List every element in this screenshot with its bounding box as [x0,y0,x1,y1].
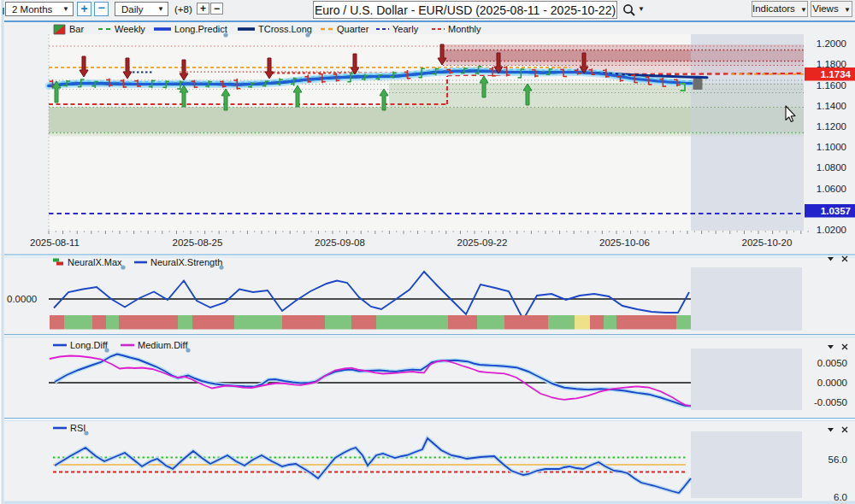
svg-text:Bar: Bar [69,24,84,34]
svg-text:RSI: RSI [70,423,86,433]
svg-text:NeuralX.Strength: NeuralX.Strength [150,257,222,267]
svg-text:1.1400: 1.1400 [817,101,846,111]
svg-text:1.1734: 1.1734 [821,69,852,79]
svg-text:6.0: 6.0 [834,492,847,502]
svg-text:0.0000: 0.0000 [7,294,37,304]
svg-text:Weekly: Weekly [115,24,145,34]
svg-text:1.2000: 1.2000 [817,38,846,49]
svg-text:1.1000: 1.1000 [817,142,846,152]
svg-text:1.0600: 1.0600 [817,184,846,194]
svg-text:Monthly: Monthly [448,24,481,34]
svg-text:Medium.Diff: Medium.Diff [138,340,188,350]
svg-text:NeuralX.Max: NeuralX.Max [68,257,122,267]
svg-text:2025-10-20: 2025-10-20 [742,237,793,248]
svg-text:2025-08-25: 2025-08-25 [173,237,223,248]
svg-text:Quarter: Quarter [337,24,369,34]
svg-text:2025-08-11: 2025-08-11 [30,237,80,248]
svg-text:1.1600: 1.1600 [817,80,846,91]
svg-text:56.0: 56.0 [828,454,847,465]
svg-text:2025-09-22: 2025-09-22 [457,237,508,248]
svg-text:2025-10-06: 2025-10-06 [599,237,650,248]
svg-text:Yearly: Yearly [392,24,419,34]
svg-text:1.0800: 1.0800 [817,162,846,173]
svg-text:TCross.Long: TCross.Long [258,24,312,34]
svg-text:0.0050: 0.0050 [817,358,847,368]
svg-text:Long.Diff: Long.Diff [70,340,109,350]
svg-text:Long.Predict: Long.Predict [174,24,227,34]
svg-text:0.0000: 0.0000 [817,378,847,388]
svg-text:2025-09-08: 2025-09-08 [315,237,365,248]
svg-text:-0.0050: -0.0050 [814,397,847,407]
svg-text:1.0357: 1.0357 [821,206,851,216]
svg-text:1.1200: 1.1200 [817,121,846,132]
svg-text:1.0200: 1.0200 [817,225,846,235]
